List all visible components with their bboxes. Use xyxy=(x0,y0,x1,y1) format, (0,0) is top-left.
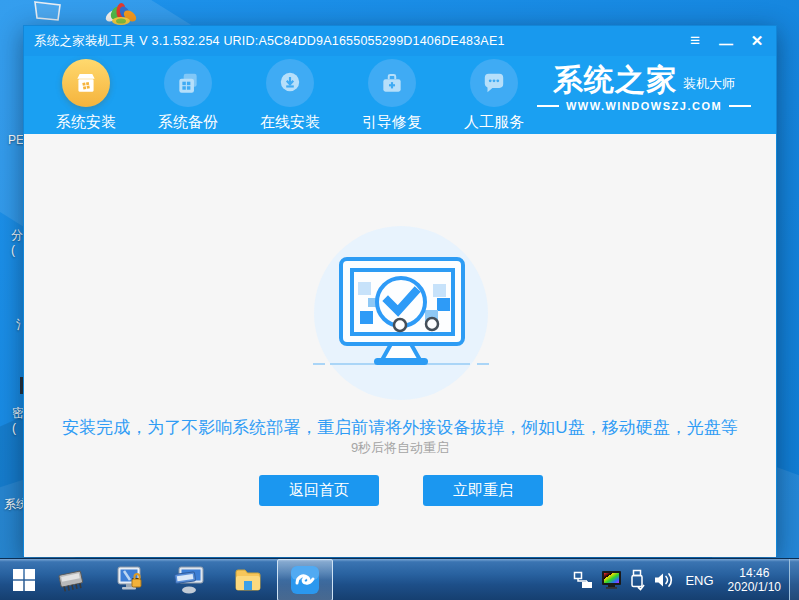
nav-item-system-install[interactable]: 系统安装 xyxy=(43,59,129,132)
desktop-monitor-icon[interactable] xyxy=(33,0,63,22)
repair-toolbox-icon xyxy=(368,59,416,107)
download-icon xyxy=(266,59,314,107)
brand-rule-left xyxy=(537,105,559,107)
install-box-icon xyxy=(62,59,110,107)
chat-service-icon xyxy=(470,59,518,107)
minimize-icon[interactable]: — xyxy=(715,30,737,52)
install-complete-message: 安装完成，为了不影响系统部署，重启前请将外接设备拔掉，例如U盘，移动硬盘，光盘等 xyxy=(24,416,776,439)
restart-now-button[interactable]: 立即重启 xyxy=(423,475,543,506)
nav-bar: 系统安装 系统备份 xyxy=(24,56,776,134)
nav-label: 引导修复 xyxy=(349,113,435,132)
restart-countdown: 9秒后将自动重启 xyxy=(24,439,776,457)
clock-time: 14:46 xyxy=(728,566,781,580)
desktop-flower-icon[interactable] xyxy=(102,1,140,27)
nav-item-online-install[interactable]: 在线安装 xyxy=(247,59,333,132)
install-complete-illustration xyxy=(281,206,521,416)
desktop: PE 分 ( 氵 密 ( 系统 系统之家装机工具 V 3.1.532.254 U… xyxy=(0,0,799,600)
nav-item-boot-repair[interactable]: 引导修复 xyxy=(349,59,435,132)
nav-item-system-backup[interactable]: 系统备份 xyxy=(145,59,231,132)
backup-windows-icon xyxy=(164,59,212,107)
desktop-icon-label-fragment: 分 ( xyxy=(11,228,23,258)
memory-chip-icon xyxy=(56,567,86,593)
desktop-icon-label-fragment: PE xyxy=(8,133,24,148)
brand-name: 系统之家 xyxy=(553,64,677,96)
installer-window: 系统之家装机工具 V 3.1.532.254 URID:A5C84DD9A165… xyxy=(23,25,777,556)
folder-icon xyxy=(233,566,263,594)
show-desktop-button[interactable] xyxy=(789,559,799,600)
start-button[interactable] xyxy=(6,559,42,600)
taskbar: ENG 14:46 2020/1/10 xyxy=(0,558,799,600)
language-indicator[interactable]: ENG xyxy=(683,573,715,588)
window-controls: ≡ — ✕ xyxy=(684,26,768,56)
brand-site: WWW.WINDOWSZJ.COM xyxy=(566,100,722,112)
taskbar-folder-button[interactable] xyxy=(228,559,268,600)
screen-lock-icon xyxy=(114,565,146,595)
taskbar-keyboard-monitor-button[interactable] xyxy=(168,559,210,600)
network-icon[interactable] xyxy=(573,571,593,590)
nav-item-human-service[interactable]: 人工服务 xyxy=(451,59,537,132)
taskbar-clock[interactable]: 14:46 2020/1/10 xyxy=(724,566,785,594)
brand-tagline: 装机大师 xyxy=(683,75,735,96)
brand-logo: 系统之家 装机大师 WWW.WINDOWSZJ.COM xyxy=(544,64,744,112)
clock-date: 2020/1/10 xyxy=(728,580,781,594)
keyboard-monitor-icon xyxy=(172,565,206,595)
window-title: 系统之家装机工具 V 3.1.532.254 URID:A5C84DD9A165… xyxy=(34,33,505,50)
taskbar-screen-lock-button[interactable] xyxy=(110,559,150,600)
windows-logo-icon xyxy=(12,568,36,592)
system-tray: ENG 14:46 2020/1/10 xyxy=(573,559,785,600)
nav-label: 系统安装 xyxy=(43,113,129,132)
taskbar-installer-app-button[interactable] xyxy=(277,559,333,600)
volume-icon[interactable] xyxy=(653,571,675,589)
installer-app-icon xyxy=(290,565,320,595)
nav-label: 在线安装 xyxy=(247,113,333,132)
main-content: 安装完成，为了不影响系统部署，重启前请将外接设备拔掉，例如U盘，移动硬盘，光盘等… xyxy=(24,134,776,557)
close-icon[interactable]: ✕ xyxy=(746,30,768,52)
back-home-button[interactable]: 返回首页 xyxy=(259,475,379,506)
taskbar-memory-chip-button[interactable] xyxy=(52,559,90,600)
brand-rule-right xyxy=(729,105,751,107)
menu-icon[interactable]: ≡ xyxy=(684,30,706,52)
display-color-icon[interactable] xyxy=(601,570,622,590)
usb-device-icon[interactable] xyxy=(630,569,645,591)
nav-label: 人工服务 xyxy=(451,113,537,132)
titlebar[interactable]: 系统之家装机工具 V 3.1.532.254 URID:A5C84DD9A165… xyxy=(24,26,776,56)
nav-label: 系统备份 xyxy=(145,113,231,132)
